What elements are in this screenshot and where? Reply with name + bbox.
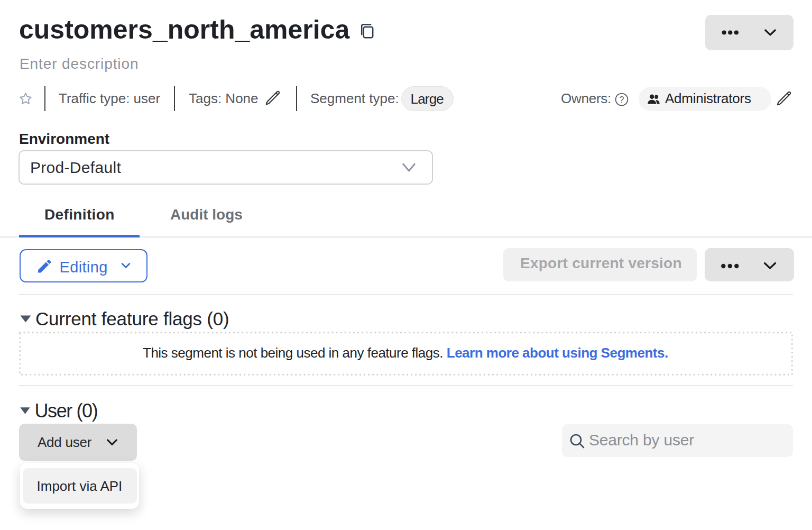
svg-text:?: ? bbox=[620, 95, 624, 104]
